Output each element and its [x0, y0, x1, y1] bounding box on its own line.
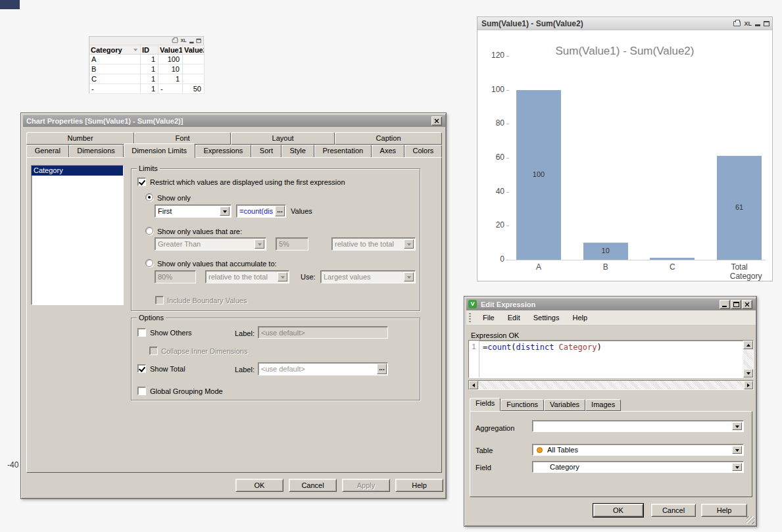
- tab-dimension-limits[interactable]: Dimension Limits: [124, 143, 195, 158]
- total-label-field[interactable]: <use default> ...: [258, 362, 388, 375]
- table-cell[interactable]: C: [89, 74, 141, 84]
- menu-item-file[interactable]: File: [477, 312, 500, 324]
- dimension-list-item[interactable]: Category: [32, 166, 123, 176]
- ok-button[interactable]: OK: [593, 504, 643, 517]
- show-only-mode-dropdown[interactable]: First: [155, 205, 232, 218]
- vertical-scrollbar[interactable]: [743, 341, 753, 377]
- cancel-button[interactable]: Cancel: [651, 504, 696, 517]
- aggregation-dropdown[interactable]: [532, 420, 744, 432]
- cancel-button[interactable]: Cancel: [289, 479, 337, 492]
- show-total-checkbox[interactable]: [137, 364, 146, 373]
- ellipsis-button[interactable]: ...: [377, 364, 387, 374]
- show-only-expression-field[interactable]: =count(dis ...: [236, 205, 286, 218]
- tab-caption[interactable]: Caption: [335, 132, 442, 145]
- help-button[interactable]: Help: [395, 479, 443, 492]
- tab-functions[interactable]: Functions: [501, 399, 544, 411]
- expression-text[interactable]: =count(distinct Category): [483, 343, 741, 352]
- dimension-listbox[interactable]: Category: [31, 165, 124, 305]
- menu-item-settings[interactable]: Settings: [528, 312, 565, 324]
- maximize-icon[interactable]: [731, 300, 741, 309]
- tab-expressions[interactable]: Expressions: [195, 145, 251, 158]
- tab-presentation[interactable]: Presentation: [314, 145, 372, 158]
- column-header-category[interactable]: Category: [89, 45, 141, 55]
- maximize-icon[interactable]: [764, 21, 770, 26]
- tab-style[interactable]: Style: [281, 145, 314, 158]
- table-cell[interactable]: 10: [159, 64, 183, 74]
- scroll-left-icon[interactable]: [469, 381, 478, 389]
- minimize-icon[interactable]: [189, 41, 193, 43]
- close-icon[interactable]: [431, 116, 442, 126]
- bar-c[interactable]: [650, 258, 695, 260]
- restrict-values-checkbox[interactable]: [137, 178, 146, 186]
- chevron-down-icon[interactable]: [732, 446, 742, 454]
- tab-axes[interactable]: Axes: [372, 145, 404, 158]
- accumulate-radio[interactable]: [145, 259, 153, 267]
- table-cell[interactable]: [183, 74, 205, 84]
- table-cell[interactable]: 1: [141, 55, 159, 64]
- table-cell[interactable]: 1: [159, 74, 183, 84]
- global-grouping-checkbox[interactable]: [137, 387, 146, 395]
- chevron-down-icon[interactable]: [220, 206, 230, 216]
- tab-number[interactable]: Number: [26, 132, 134, 145]
- chart-caption-bar[interactable]: Sum(Value1) - Sum(Value2) XL: [477, 17, 772, 30]
- dialog-title-bar[interactable]: V Edit Expression: [466, 299, 756, 310]
- field-dropdown[interactable]: Category: [532, 461, 744, 473]
- tab-variables[interactable]: Variables: [544, 399, 585, 411]
- y-axis-tick-mark: [506, 90, 509, 91]
- chevron-down-icon[interactable]: [732, 463, 742, 471]
- table-cell[interactable]: 100: [159, 55, 183, 64]
- show-values-that-are-radio[interactable]: [145, 227, 153, 235]
- tab-fields[interactable]: Fields: [470, 398, 501, 411]
- expression-editor[interactable]: 1 =count(distinct Category): [468, 340, 754, 378]
- table-caption-bar[interactable]: XL: [89, 37, 203, 45]
- tab-dimensions[interactable]: Dimensions: [69, 145, 124, 158]
- help-button[interactable]: Help: [701, 504, 747, 517]
- table-cell[interactable]: 50: [183, 84, 205, 94]
- dialog-title: Chart Properties [Sum(Value1) - Sum(Valu…: [26, 117, 183, 125]
- scroll-down-icon[interactable]: [743, 369, 753, 377]
- chevron-down-icon[interactable]: [732, 422, 742, 430]
- tab-images[interactable]: Images: [585, 399, 621, 411]
- maximize-icon[interactable]: [197, 39, 201, 43]
- table-cell[interactable]: 1: [141, 84, 159, 94]
- column-header-value2[interactable]: Value2: [183, 45, 205, 55]
- tab-sort[interactable]: Sort: [251, 145, 281, 158]
- table-cell[interactable]: -: [159, 84, 183, 94]
- table-cell[interactable]: A: [89, 55, 141, 64]
- printer-icon[interactable]: [733, 21, 741, 26]
- show-only-radio[interactable]: [145, 193, 153, 201]
- scroll-up-icon[interactable]: [743, 341, 753, 349]
- excel-export-icon[interactable]: XL: [181, 38, 187, 43]
- table-cell[interactable]: -: [89, 84, 141, 94]
- table-cell[interactable]: 1: [141, 74, 159, 84]
- column-header-value1[interactable]: Value1: [159, 45, 183, 55]
- excel-export-icon[interactable]: XL: [744, 20, 752, 27]
- tab-colors[interactable]: Colors: [404, 145, 442, 158]
- horizontal-scrollbar[interactable]: [468, 380, 754, 390]
- minimize-icon[interactable]: [755, 24, 760, 26]
- show-others-label: Show Others: [150, 329, 192, 337]
- table-cell[interactable]: B: [89, 64, 141, 74]
- tab-general[interactable]: General: [26, 145, 69, 158]
- dialog-title-bar[interactable]: Chart Properties [Sum(Value1) - Sum(Valu…: [23, 115, 445, 127]
- menu-gripper[interactable]: [469, 313, 471, 322]
- ok-button[interactable]: OK: [235, 479, 283, 492]
- resize-grip[interactable]: [746, 516, 754, 524]
- chevron-down-icon: [404, 239, 414, 249]
- printer-icon[interactable]: [172, 39, 178, 43]
- close-icon[interactable]: [742, 300, 752, 309]
- table-cell[interactable]: [183, 55, 205, 64]
- table-cell[interactable]: [183, 64, 205, 74]
- menu-item-edit[interactable]: Edit: [502, 312, 525, 324]
- minimize-icon[interactable]: [720, 300, 730, 309]
- scroll-right-icon[interactable]: [744, 381, 753, 389]
- menu-item-help[interactable]: Help: [567, 312, 593, 324]
- table-dropdown[interactable]: All Tables: [532, 444, 744, 456]
- column-header-id[interactable]: ID: [141, 45, 159, 55]
- show-others-checkbox[interactable]: [137, 328, 146, 337]
- field-label: Field: [476, 464, 491, 472]
- tab-layout[interactable]: Layout: [231, 132, 335, 145]
- accumulate-value-field: 80%: [155, 270, 196, 283]
- ellipsis-button[interactable]: ...: [275, 206, 285, 216]
- table-cell[interactable]: 1: [141, 64, 159, 74]
